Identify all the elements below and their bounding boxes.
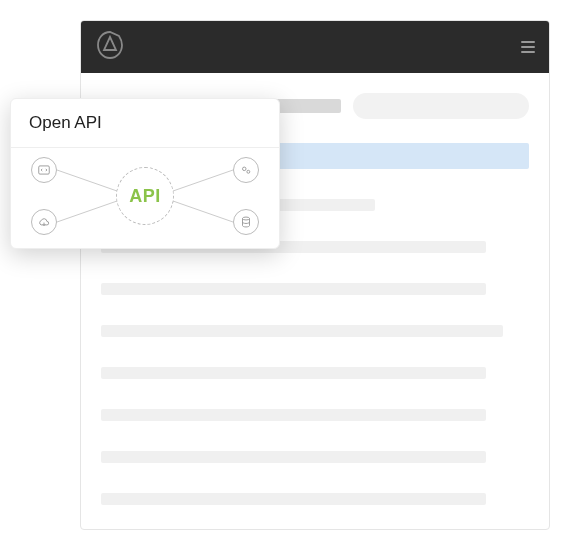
svg-line-3 (173, 201, 233, 222)
gears-icon (233, 157, 259, 183)
api-diagram: API (25, 151, 265, 241)
search-placeholder[interactable] (353, 93, 529, 119)
svg-line-0 (57, 170, 117, 191)
card-body: API (11, 148, 279, 248)
app-logo (95, 30, 125, 64)
hamburger-menu-icon[interactable] (521, 41, 535, 53)
app-window (80, 20, 550, 530)
code-icon (31, 157, 57, 183)
list-item[interactable] (101, 325, 503, 337)
dashed-circle (116, 167, 174, 225)
list-item[interactable] (101, 367, 486, 379)
list-item[interactable] (101, 283, 486, 295)
card-title: Open API (11, 99, 279, 148)
svg-line-1 (57, 201, 117, 222)
svg-rect-4 (39, 166, 50, 174)
svg-point-6 (247, 170, 250, 173)
svg-point-7 (243, 217, 250, 220)
svg-line-2 (173, 170, 233, 191)
cloud-icon (31, 209, 57, 235)
list-item[interactable] (101, 493, 486, 505)
list-item[interactable] (101, 451, 486, 463)
topbar (81, 21, 549, 73)
svg-point-5 (243, 167, 247, 171)
list-item[interactable] (101, 409, 486, 421)
database-icon (233, 209, 259, 235)
open-api-card: Open API API (10, 98, 280, 249)
api-center: API (115, 166, 175, 226)
